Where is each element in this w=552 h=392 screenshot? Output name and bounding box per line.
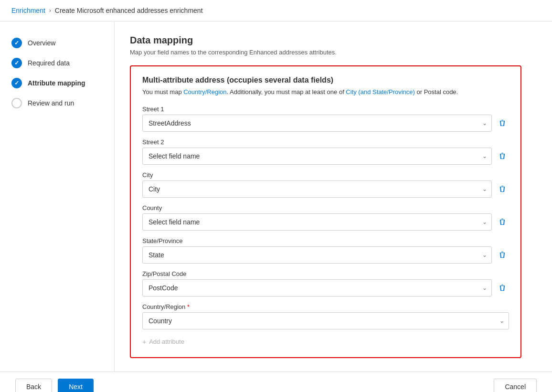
warning-link-city: City (and State/Province) <box>346 88 415 95</box>
step-circle-attribute-mapping <box>11 78 22 88</box>
field-label-zipcode: Zip/Postal Code <box>142 270 509 277</box>
breadcrumb-chevron: › <box>49 7 51 14</box>
select-wrapper-street1: StreetAddress Select field name ⌄ <box>142 115 492 132</box>
card-warning: You must map Country/Region. Additionall… <box>142 87 509 97</box>
add-attribute-label: Add attribute <box>149 338 184 345</box>
delete-button-zipcode[interactable] <box>496 282 509 294</box>
delete-button-county[interactable] <box>496 216 509 228</box>
delete-button-state[interactable] <box>496 249 509 261</box>
next-button[interactable]: Next <box>58 379 94 392</box>
trash-icon-3 <box>499 185 506 193</box>
breadcrumb-parent[interactable]: Enrichment <box>11 7 45 14</box>
step-circle-review <box>11 98 22 108</box>
sidebar-item-attribute-mapping[interactable]: Attribute mapping <box>0 73 114 93</box>
trash-icon <box>499 119 506 127</box>
field-group-street2: Street 2 Select field name ⌄ <box>142 138 509 165</box>
warning-link-country: Country/Region <box>183 88 226 95</box>
trash-icon-4 <box>499 218 506 226</box>
select-wrapper-zipcode: PostCode Select field name ⌄ <box>142 279 492 297</box>
sidebar-label-required-data: Required data <box>28 59 70 67</box>
delete-button-street2[interactable] <box>496 150 509 162</box>
field-row-street1: StreetAddress Select field name ⌄ <box>142 115 509 132</box>
select-wrapper-city: City Select field name ⌄ <box>142 180 492 198</box>
select-street1[interactable]: StreetAddress Select field name <box>142 115 492 132</box>
sidebar: Overview Required data Attribute mapping… <box>0 21 115 371</box>
select-state[interactable]: State Select field name <box>142 246 492 264</box>
field-row-country: Country Select field name ⌄ <box>142 312 509 329</box>
footer-left: Back Next <box>15 379 94 392</box>
field-row-county: Select field name ⌄ <box>142 213 509 231</box>
footer: Back Next Cancel <box>0 371 552 392</box>
select-wrapper-street2: Select field name ⌄ <box>142 148 492 165</box>
breadcrumb-current: Create Microsoft enhanced addresses enri… <box>55 7 203 14</box>
field-row-zipcode: PostCode Select field name ⌄ <box>142 279 509 297</box>
sidebar-label-overview: Overview <box>28 39 55 47</box>
required-marker: * <box>187 303 190 310</box>
sidebar-label-review: Review and run <box>28 99 74 107</box>
top-bar: Enrichment › Create Microsoft enhanced a… <box>0 0 552 21</box>
cancel-button[interactable]: Cancel <box>494 379 537 392</box>
field-group-county: County Select field name ⌄ <box>142 204 509 231</box>
field-label-state: State/Province <box>142 237 509 244</box>
sidebar-item-overview[interactable]: Overview <box>0 33 114 53</box>
step-circle-overview <box>11 38 22 48</box>
plus-icon: + <box>142 338 146 346</box>
field-row-city: City Select field name ⌄ <box>142 180 509 198</box>
select-zipcode[interactable]: PostCode Select field name <box>142 279 492 297</box>
field-group-city: City City Select field name ⌄ <box>142 171 509 198</box>
field-label-county: County <box>142 204 509 212</box>
select-street2[interactable]: Select field name <box>142 148 492 165</box>
section-title: Data mapping <box>130 35 537 46</box>
field-group-street1: Street 1 StreetAddress Select field name… <box>142 106 509 132</box>
field-label-country: Country/Region * <box>142 303 509 310</box>
field-group-state: State/Province State Select field name ⌄ <box>142 237 509 264</box>
trash-icon-6 <box>499 284 506 292</box>
field-label-city: City <box>142 171 509 179</box>
select-wrapper-state: State Select field name ⌄ <box>142 246 492 264</box>
step-circle-required-data <box>11 58 22 68</box>
card-title: Multi-attribute address (occupies severa… <box>142 76 509 85</box>
field-label-street1: Street 1 <box>142 106 509 113</box>
select-wrapper-county: Select field name ⌄ <box>142 213 492 231</box>
trash-icon-5 <box>499 251 506 259</box>
sidebar-label-attribute-mapping: Attribute mapping <box>28 79 85 87</box>
delete-button-street1[interactable] <box>496 117 509 129</box>
select-county[interactable]: Select field name <box>142 213 492 231</box>
field-row-street2: Select field name ⌄ <box>142 148 509 165</box>
add-attribute-button: + Add attribute <box>142 336 509 348</box>
sidebar-item-review-and-run[interactable]: Review and run <box>0 93 114 113</box>
select-city[interactable]: City Select field name <box>142 180 492 198</box>
field-group-zipcode: Zip/Postal Code PostCode Select field na… <box>142 270 509 297</box>
field-group-country: Country/Region * Country Select field na… <box>142 303 509 329</box>
trash-icon-2 <box>499 152 506 160</box>
select-country[interactable]: Country Select field name <box>142 312 509 329</box>
section-subtitle: Map your field names to the correspondin… <box>130 49 537 56</box>
select-wrapper-country: Country Select field name ⌄ <box>142 312 509 329</box>
mapping-card: Multi-attribute address (occupies severa… <box>130 65 521 358</box>
sidebar-item-required-data[interactable]: Required data <box>0 53 114 73</box>
content-area: Data mapping Map your field names to the… <box>115 21 552 371</box>
delete-button-city[interactable] <box>496 183 509 195</box>
field-row-state: State Select field name ⌄ <box>142 246 509 264</box>
back-button[interactable]: Back <box>15 379 52 392</box>
field-label-street2: Street 2 <box>142 138 509 146</box>
